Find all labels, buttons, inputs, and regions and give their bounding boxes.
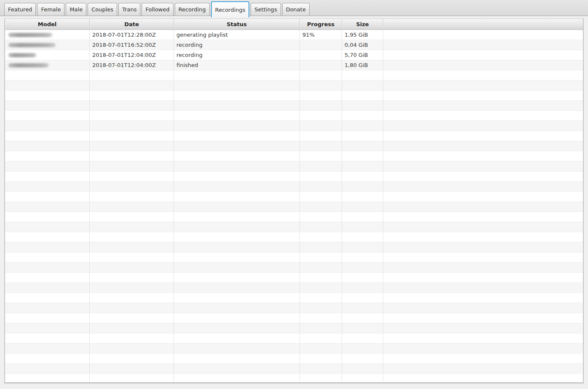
cell-progress (300, 50, 342, 60)
table-row-empty[interactable] (5, 354, 583, 364)
cell-date: 2018-07-01T12:28:00Z (90, 30, 174, 40)
cell-model (5, 303, 90, 313)
table-row-empty[interactable] (5, 283, 583, 293)
table-row-empty[interactable] (5, 161, 583, 172)
table-row-empty[interactable] (5, 202, 583, 212)
cell-size (342, 364, 383, 373)
cell-model (5, 313, 90, 323)
cell-progress (300, 192, 342, 201)
column-header-date[interactable]: Date (90, 19, 174, 30)
cell-model (5, 283, 90, 292)
cell-progress (300, 364, 342, 373)
table-row-empty[interactable] (5, 151, 583, 161)
cell-date (90, 172, 174, 181)
table-row-empty[interactable] (5, 222, 583, 232)
table-row[interactable]: 2018-07-01T16:52:00Zrecording0,04 GiB (5, 40, 583, 50)
cell-date (90, 161, 174, 171)
cell-blank (383, 70, 583, 80)
table-row-empty[interactable] (5, 101, 583, 111)
cell-blank (383, 121, 583, 131)
cell-model (5, 293, 90, 303)
table-row-empty[interactable] (5, 242, 583, 252)
cell-progress (300, 131, 342, 141)
table-row-empty[interactable] (5, 263, 583, 273)
cell-model (5, 121, 90, 131)
cell-size (342, 232, 383, 242)
cell-size: 5,70 GiB (342, 50, 383, 60)
cell-progress (300, 323, 342, 333)
tab-settings[interactable]: Settings (251, 3, 281, 16)
cell-status (174, 303, 300, 313)
cell-date (90, 364, 174, 373)
table-row-empty[interactable] (5, 80, 583, 91)
cell-date (90, 192, 174, 201)
cell-blank (383, 40, 583, 50)
table-row-empty[interactable] (5, 293, 583, 303)
cell-progress (300, 343, 342, 353)
tab-male[interactable]: Male (66, 3, 86, 16)
cell-size (342, 111, 383, 121)
cell-progress (300, 222, 342, 232)
cell-blank (383, 30, 583, 40)
cell-blank (383, 333, 583, 343)
table-row[interactable]: 2018-07-01T12:28:00Zgenerating playlist9… (5, 30, 583, 40)
tab-featured[interactable]: Featured (4, 3, 36, 16)
cell-date (90, 323, 174, 333)
cell-status: recording (174, 40, 300, 50)
column-header-progress[interactable]: Progress (300, 19, 342, 30)
tab-donate[interactable]: Donate (282, 3, 310, 16)
table-row-empty[interactable] (5, 252, 583, 263)
cell-status (174, 374, 300, 384)
cell-size (342, 121, 383, 131)
cell-size (342, 313, 383, 323)
table-row-empty[interactable] (5, 232, 583, 242)
tab-trans[interactable]: Trans (118, 3, 140, 16)
table-row[interactable]: 2018-07-01T12:04:00Zfinished1,80 GiB (5, 60, 583, 70)
table-row-empty[interactable] (5, 303, 583, 313)
tab-followed[interactable]: Followed (142, 3, 173, 16)
table-row-empty[interactable] (5, 70, 583, 80)
table-row-empty[interactable] (5, 182, 583, 192)
table-row-empty[interactable] (5, 192, 583, 202)
column-header-size[interactable]: Size (342, 19, 383, 30)
table-row-empty[interactable] (5, 313, 583, 323)
cell-status (174, 222, 300, 232)
cell-status (174, 80, 300, 90)
table-row-empty[interactable] (5, 333, 583, 343)
cell-status (174, 131, 300, 141)
table-row-empty[interactable] (5, 121, 583, 131)
tab-recording[interactable]: Recording (175, 3, 210, 16)
cell-date (90, 232, 174, 242)
table-row-empty[interactable] (5, 141, 583, 151)
tab-bar: FeaturedFemaleMaleCouplesTransFollowedRe… (0, 0, 588, 16)
table-row-empty[interactable] (5, 172, 583, 182)
table-row[interactable]: 2018-07-01T12:04:00Zrecording5,70 GiB (5, 50, 583, 60)
cell-progress (300, 242, 342, 252)
tab-female[interactable]: Female (37, 3, 64, 16)
table-row-empty[interactable] (5, 364, 583, 374)
table-row-empty[interactable] (5, 111, 583, 121)
cell-blank (383, 343, 583, 353)
table-row-empty[interactable] (5, 273, 583, 283)
cell-blank (383, 252, 583, 262)
column-header-blank[interactable] (383, 19, 583, 30)
table-row-empty[interactable] (5, 212, 583, 222)
column-header-model[interactable]: Model (5, 19, 90, 30)
cell-status: recording (174, 50, 300, 60)
cell-progress (300, 263, 342, 272)
cell-date (90, 91, 174, 100)
column-header-status[interactable]: Status (174, 19, 300, 30)
cell-progress (300, 172, 342, 181)
tab-recordings[interactable]: Recordings (211, 1, 250, 17)
cell-progress (300, 283, 342, 292)
cell-model (5, 182, 90, 191)
cell-blank (383, 212, 583, 222)
cell-status (174, 91, 300, 100)
cell-size: 1,80 GiB (342, 60, 383, 70)
table-row-empty[interactable] (5, 374, 583, 384)
table-row-empty[interactable] (5, 323, 583, 333)
table-row-empty[interactable] (5, 91, 583, 101)
table-row-empty[interactable] (5, 343, 583, 354)
tab-couples[interactable]: Couples (88, 3, 117, 16)
table-row-empty[interactable] (5, 131, 583, 141)
